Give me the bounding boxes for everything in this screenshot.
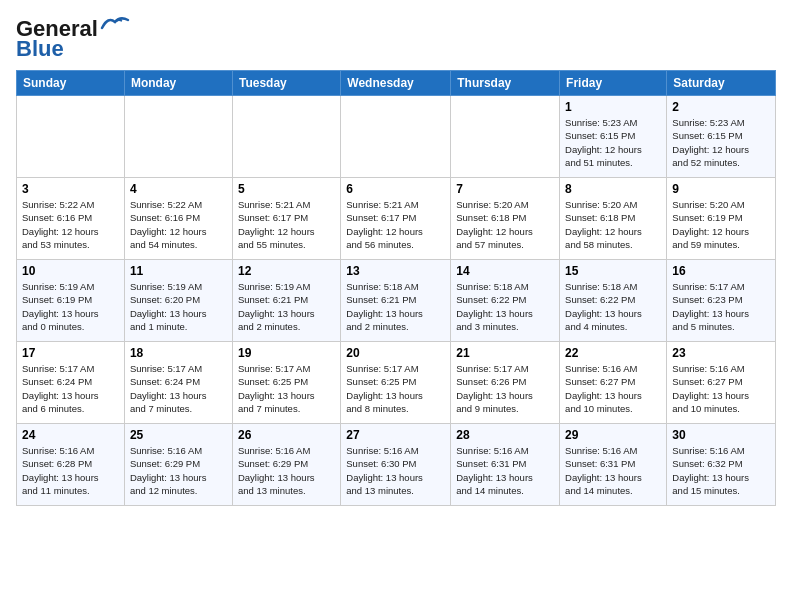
table-row: 24Sunrise: 5:16 AMSunset: 6:28 PMDayligh… [17, 424, 125, 506]
col-saturday: Saturday [667, 71, 776, 96]
table-row: 16Sunrise: 5:17 AMSunset: 6:23 PMDayligh… [667, 260, 776, 342]
day-info: Sunrise: 5:16 AMSunset: 6:31 PMDaylight:… [456, 444, 554, 497]
col-thursday: Thursday [451, 71, 560, 96]
day-number: 14 [456, 264, 554, 278]
day-number: 10 [22, 264, 119, 278]
day-info: Sunrise: 5:17 AMSunset: 6:24 PMDaylight:… [22, 362, 119, 415]
day-number: 18 [130, 346, 227, 360]
day-info: Sunrise: 5:19 AMSunset: 6:20 PMDaylight:… [130, 280, 227, 333]
day-number: 20 [346, 346, 445, 360]
table-row: 4Sunrise: 5:22 AMSunset: 6:16 PMDaylight… [124, 178, 232, 260]
table-row: 12Sunrise: 5:19 AMSunset: 6:21 PMDayligh… [232, 260, 340, 342]
day-number: 16 [672, 264, 770, 278]
day-number: 7 [456, 182, 554, 196]
table-row: 26Sunrise: 5:16 AMSunset: 6:29 PMDayligh… [232, 424, 340, 506]
day-number: 2 [672, 100, 770, 114]
table-row: 5Sunrise: 5:21 AMSunset: 6:17 PMDaylight… [232, 178, 340, 260]
calendar-week-row: 10Sunrise: 5:19 AMSunset: 6:19 PMDayligh… [17, 260, 776, 342]
table-row [341, 96, 451, 178]
table-row: 18Sunrise: 5:17 AMSunset: 6:24 PMDayligh… [124, 342, 232, 424]
day-number: 12 [238, 264, 335, 278]
day-info: Sunrise: 5:16 AMSunset: 6:31 PMDaylight:… [565, 444, 661, 497]
table-row: 29Sunrise: 5:16 AMSunset: 6:31 PMDayligh… [560, 424, 667, 506]
table-row: 21Sunrise: 5:17 AMSunset: 6:26 PMDayligh… [451, 342, 560, 424]
col-wednesday: Wednesday [341, 71, 451, 96]
day-info: Sunrise: 5:16 AMSunset: 6:29 PMDaylight:… [238, 444, 335, 497]
day-info: Sunrise: 5:17 AMSunset: 6:25 PMDaylight:… [238, 362, 335, 415]
day-number: 15 [565, 264, 661, 278]
page-header: General Blue [16, 16, 776, 62]
day-info: Sunrise: 5:16 AMSunset: 6:28 PMDaylight:… [22, 444, 119, 497]
day-number: 13 [346, 264, 445, 278]
calendar-week-row: 17Sunrise: 5:17 AMSunset: 6:24 PMDayligh… [17, 342, 776, 424]
table-row [232, 96, 340, 178]
table-row: 3Sunrise: 5:22 AMSunset: 6:16 PMDaylight… [17, 178, 125, 260]
table-row: 10Sunrise: 5:19 AMSunset: 6:19 PMDayligh… [17, 260, 125, 342]
table-row: 28Sunrise: 5:16 AMSunset: 6:31 PMDayligh… [451, 424, 560, 506]
day-info: Sunrise: 5:19 AMSunset: 6:21 PMDaylight:… [238, 280, 335, 333]
table-row: 6Sunrise: 5:21 AMSunset: 6:17 PMDaylight… [341, 178, 451, 260]
col-friday: Friday [560, 71, 667, 96]
table-row [451, 96, 560, 178]
day-number: 3 [22, 182, 119, 196]
day-number: 6 [346, 182, 445, 196]
day-info: Sunrise: 5:19 AMSunset: 6:19 PMDaylight:… [22, 280, 119, 333]
day-number: 22 [565, 346, 661, 360]
day-info: Sunrise: 5:16 AMSunset: 6:32 PMDaylight:… [672, 444, 770, 497]
day-number: 9 [672, 182, 770, 196]
table-row: 20Sunrise: 5:17 AMSunset: 6:25 PMDayligh… [341, 342, 451, 424]
day-info: Sunrise: 5:20 AMSunset: 6:19 PMDaylight:… [672, 198, 770, 251]
day-number: 27 [346, 428, 445, 442]
table-row: 15Sunrise: 5:18 AMSunset: 6:22 PMDayligh… [560, 260, 667, 342]
day-info: Sunrise: 5:21 AMSunset: 6:17 PMDaylight:… [346, 198, 445, 251]
day-number: 26 [238, 428, 335, 442]
calendar-week-row: 24Sunrise: 5:16 AMSunset: 6:28 PMDayligh… [17, 424, 776, 506]
table-row: 30Sunrise: 5:16 AMSunset: 6:32 PMDayligh… [667, 424, 776, 506]
day-number: 19 [238, 346, 335, 360]
calendar-week-row: 1Sunrise: 5:23 AMSunset: 6:15 PMDaylight… [17, 96, 776, 178]
day-info: Sunrise: 5:21 AMSunset: 6:17 PMDaylight:… [238, 198, 335, 251]
table-row: 8Sunrise: 5:20 AMSunset: 6:18 PMDaylight… [560, 178, 667, 260]
table-row [124, 96, 232, 178]
day-info: Sunrise: 5:23 AMSunset: 6:15 PMDaylight:… [672, 116, 770, 169]
table-row: 23Sunrise: 5:16 AMSunset: 6:27 PMDayligh… [667, 342, 776, 424]
table-row: 14Sunrise: 5:18 AMSunset: 6:22 PMDayligh… [451, 260, 560, 342]
day-number: 21 [456, 346, 554, 360]
table-row: 2Sunrise: 5:23 AMSunset: 6:15 PMDaylight… [667, 96, 776, 178]
day-info: Sunrise: 5:17 AMSunset: 6:24 PMDaylight:… [130, 362, 227, 415]
table-row: 7Sunrise: 5:20 AMSunset: 6:18 PMDaylight… [451, 178, 560, 260]
table-row: 27Sunrise: 5:16 AMSunset: 6:30 PMDayligh… [341, 424, 451, 506]
day-number: 28 [456, 428, 554, 442]
day-info: Sunrise: 5:16 AMSunset: 6:27 PMDaylight:… [565, 362, 661, 415]
table-row: 11Sunrise: 5:19 AMSunset: 6:20 PMDayligh… [124, 260, 232, 342]
day-info: Sunrise: 5:23 AMSunset: 6:15 PMDaylight:… [565, 116, 661, 169]
day-number: 8 [565, 182, 661, 196]
day-info: Sunrise: 5:18 AMSunset: 6:21 PMDaylight:… [346, 280, 445, 333]
logo: General Blue [16, 16, 130, 62]
col-tuesday: Tuesday [232, 71, 340, 96]
day-info: Sunrise: 5:16 AMSunset: 6:27 PMDaylight:… [672, 362, 770, 415]
day-info: Sunrise: 5:20 AMSunset: 6:18 PMDaylight:… [565, 198, 661, 251]
table-row: 13Sunrise: 5:18 AMSunset: 6:21 PMDayligh… [341, 260, 451, 342]
table-row [17, 96, 125, 178]
day-number: 5 [238, 182, 335, 196]
day-info: Sunrise: 5:17 AMSunset: 6:26 PMDaylight:… [456, 362, 554, 415]
day-info: Sunrise: 5:22 AMSunset: 6:16 PMDaylight:… [22, 198, 119, 251]
day-info: Sunrise: 5:18 AMSunset: 6:22 PMDaylight:… [565, 280, 661, 333]
day-number: 1 [565, 100, 661, 114]
day-info: Sunrise: 5:17 AMSunset: 6:25 PMDaylight:… [346, 362, 445, 415]
day-info: Sunrise: 5:20 AMSunset: 6:18 PMDaylight:… [456, 198, 554, 251]
calendar-table: Sunday Monday Tuesday Wednesday Thursday… [16, 70, 776, 506]
day-info: Sunrise: 5:16 AMSunset: 6:30 PMDaylight:… [346, 444, 445, 497]
table-row: 19Sunrise: 5:17 AMSunset: 6:25 PMDayligh… [232, 342, 340, 424]
day-number: 17 [22, 346, 119, 360]
day-number: 4 [130, 182, 227, 196]
table-row: 9Sunrise: 5:20 AMSunset: 6:19 PMDaylight… [667, 178, 776, 260]
table-row: 22Sunrise: 5:16 AMSunset: 6:27 PMDayligh… [560, 342, 667, 424]
day-info: Sunrise: 5:22 AMSunset: 6:16 PMDaylight:… [130, 198, 227, 251]
logo-blue: Blue [16, 36, 64, 62]
day-number: 24 [22, 428, 119, 442]
day-number: 23 [672, 346, 770, 360]
table-row: 1Sunrise: 5:23 AMSunset: 6:15 PMDaylight… [560, 96, 667, 178]
calendar-header-row: Sunday Monday Tuesday Wednesday Thursday… [17, 71, 776, 96]
